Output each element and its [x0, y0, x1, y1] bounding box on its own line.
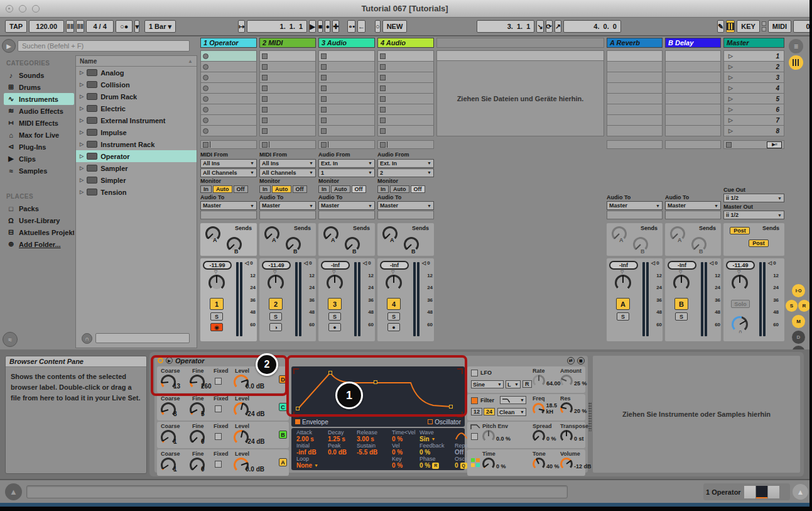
- filter-circuit-select[interactable]: Clean▼: [497, 408, 526, 416]
- stop-clip-row[interactable]: [259, 140, 316, 149]
- time-vel-value[interactable]: 0 %: [392, 436, 420, 442]
- output-channel-strip[interactable]: [665, 211, 721, 219]
- key-value[interactable]: 0 %: [392, 462, 420, 469]
- metronome-button[interactable]: ○●: [116, 20, 133, 33]
- list-item-tension[interactable]: ▷Tension: [76, 186, 197, 198]
- lfo-retrigger-button[interactable]: R: [522, 380, 532, 388]
- filter-slope-12-button[interactable]: 12: [471, 408, 482, 415]
- device-drag-handle[interactable]: [588, 402, 592, 431]
- pan-knob[interactable]: [732, 275, 748, 291]
- lfo-wave-select[interactable]: Sine▼: [471, 380, 504, 388]
- input-channel-select[interactable]: 2▼: [377, 168, 434, 177]
- clip-slot[interactable]: [319, 62, 374, 72]
- track-header[interactable]: 3 Audio: [318, 38, 375, 48]
- output-type-select[interactable]: Master▼: [318, 201, 375, 210]
- release-value[interactable]: 3.00 s: [357, 436, 392, 442]
- sidebar-item-plugins[interactable]: ⊲Plug-Ins: [4, 141, 74, 153]
- stop-clip-row[interactable]: [200, 140, 257, 149]
- pan-knob[interactable]: [327, 275, 343, 291]
- spread-knob[interactable]: [533, 430, 545, 442]
- transpose-knob[interactable]: [560, 430, 573, 442]
- sidebar-item-instruments[interactable]: ∿Instruments: [4, 93, 74, 105]
- track-header[interactable]: 4 Audio: [377, 38, 434, 48]
- algorithm-icon[interactable]: [471, 458, 480, 467]
- operator-b-badge[interactable]: B: [279, 431, 287, 439]
- output-type-select[interactable]: Master▼: [259, 201, 316, 210]
- track-header[interactable]: Master: [723, 38, 784, 48]
- pan-knob[interactable]: [615, 275, 631, 291]
- save-preset-icon[interactable]: ◼: [577, 357, 585, 365]
- clip-slot[interactable]: [260, 62, 315, 72]
- send-a-pre-post-toggle[interactable]: Post: [730, 227, 750, 234]
- loop-start-display[interactable]: 3. 1. 1: [477, 20, 534, 33]
- operator-a-badge[interactable]: A: [279, 458, 287, 466]
- scene-play-icon[interactable]: ▷: [728, 96, 733, 102]
- scene-slot[interactable]: ▷1: [724, 51, 784, 61]
- browser-collapse-button[interactable]: ▶: [2, 39, 16, 53]
- track-header[interactable]: 2 MIDI: [259, 38, 316, 48]
- input-channel-select[interactable]: All Channels▼: [200, 168, 257, 177]
- clip-slot[interactable]: [378, 126, 433, 136]
- sidebar-item-midi-effects[interactable]: ∺MIDI Effects: [4, 117, 74, 129]
- hot-swap-icon[interactable]: ⇄: [567, 357, 575, 365]
- tap-tempo-button[interactable]: TAP: [5, 20, 27, 33]
- tempo-display[interactable]: 120.00: [29, 20, 64, 33]
- list-item-instrument-rack[interactable]: ▷Instrument Rack: [76, 138, 197, 150]
- peak-value[interactable]: 0.0 dB: [328, 449, 357, 456]
- list-item-drum-rack[interactable]: ▷Drum Rack: [76, 91, 197, 102]
- volume-display[interactable]: -Inf: [380, 261, 409, 270]
- clip-slot[interactable]: [201, 83, 256, 93]
- clip-slot[interactable]: [260, 104, 315, 114]
- monitor-in-button[interactable]: In: [377, 185, 389, 194]
- monitor-off-button[interactable]: Off: [293, 185, 307, 194]
- output-type-select[interactable]: Master▼: [377, 201, 434, 210]
- list-header[interactable]: Name▲: [76, 56, 197, 67]
- oscillator-legend[interactable]: Oscillator: [428, 419, 461, 426]
- stop-clip-row[interactable]: [377, 140, 434, 149]
- clip-slot[interactable]: [201, 62, 256, 72]
- list-item-electric[interactable]: ▷Electric: [76, 102, 197, 114]
- pitch-env-knob[interactable]: [482, 430, 495, 442]
- clip-slot[interactable]: [201, 51, 256, 61]
- preview-scrub-strip[interactable]: [95, 333, 190, 343]
- decay-value[interactable]: 1.25 s: [328, 436, 357, 442]
- vel-value[interactable]: 0 %: [392, 449, 420, 456]
- clip-slot[interactable]: [378, 115, 433, 125]
- nudge-down-button[interactable]: ‖‖: [66, 20, 74, 33]
- tone-knob[interactable]: [533, 458, 545, 470]
- clip-slot[interactable]: [319, 104, 374, 114]
- track-activator-button[interactable]: 4: [387, 298, 401, 310]
- list-item-external-instrument[interactable]: ▷External Instrument: [76, 114, 197, 126]
- scene-slot[interactable]: ▷3: [724, 72, 784, 82]
- key-map-button[interactable]: KEY: [737, 20, 760, 33]
- arrangement-position-display[interactable]: 1. 1. 1: [247, 20, 307, 33]
- track-header[interactable]: B Delay: [665, 38, 721, 48]
- device-volume-knob[interactable]: [560, 458, 573, 470]
- scene-slot[interactable]: ▷5: [724, 94, 784, 104]
- device-view-toggle[interactable]: ▲: [793, 484, 808, 500]
- monitor-in-button[interactable]: In: [200, 185, 212, 194]
- clip-slot[interactable]: [201, 94, 256, 104]
- loop-length-display[interactable]: 4. 0. 0: [563, 20, 621, 33]
- output-channel-strip[interactable]: [607, 211, 663, 219]
- clip-slot[interactable]: [260, 94, 315, 104]
- draw-mode-button[interactable]: ✎: [717, 20, 724, 33]
- scene-play-icon[interactable]: ▷: [728, 63, 733, 70]
- cue-out-select[interactable]: ii 1/2▼: [723, 194, 784, 202]
- scene-play-icon[interactable]: ▷: [728, 128, 733, 134]
- add-folder-button[interactable]: ⊕Add Folder...: [4, 238, 74, 250]
- monitor-off-button[interactable]: Off: [352, 185, 366, 194]
- fixed-checkbox[interactable]: [215, 461, 222, 468]
- track-activator-button[interactable]: A: [616, 298, 630, 310]
- monitor-auto-button[interactable]: Auto: [272, 185, 291, 194]
- scene-play-icon[interactable]: ▷: [728, 85, 733, 91]
- list-item-operator[interactable]: ▷Operator: [76, 150, 197, 162]
- track-activator-button[interactable]: 2: [269, 298, 283, 310]
- loop-select[interactable]: None▼: [296, 462, 328, 469]
- show-sends-toggle[interactable]: S: [786, 300, 798, 312]
- volume-display[interactable]: -11.49: [262, 261, 291, 270]
- output-channel-strip[interactable]: [377, 211, 434, 219]
- scene-play-icon[interactable]: ▷: [728, 117, 733, 123]
- list-item-analog[interactable]: ▷Analog: [76, 67, 197, 79]
- pitch-env-checkbox[interactable]: [471, 433, 478, 440]
